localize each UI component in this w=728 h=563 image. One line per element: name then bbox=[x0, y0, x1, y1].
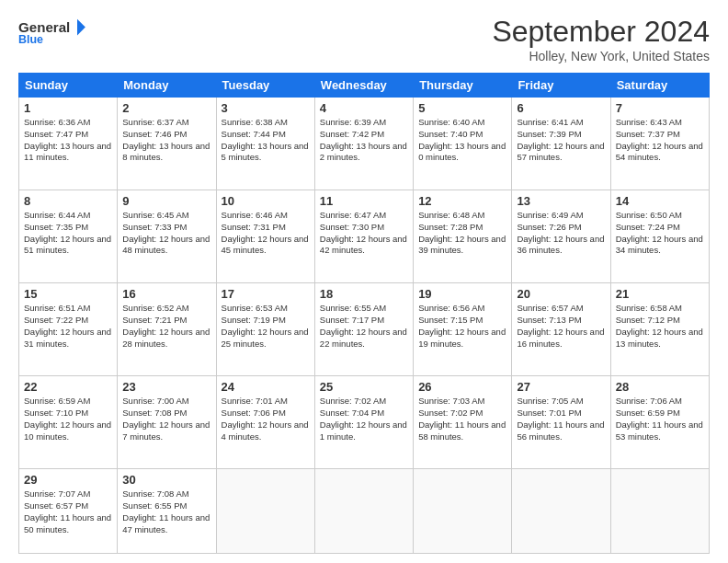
calendar-cell: 2Sunrise: 6:37 AMSunset: 7:46 PMDaylight… bbox=[118, 98, 216, 190]
day-number: 10 bbox=[222, 194, 310, 208]
day-info: Sunrise: 6:57 AMSunset: 7:13 PMDaylight:… bbox=[517, 303, 605, 350]
calendar-cell: 9Sunrise: 6:45 AMSunset: 7:33 PMDaylight… bbox=[118, 190, 216, 283]
calendar-cell: 5Sunrise: 6:40 AMSunset: 7:40 PMDaylight… bbox=[414, 98, 512, 190]
calendar-cell: 29Sunrise: 7:07 AMSunset: 6:57 PMDayligh… bbox=[19, 469, 118, 554]
day-number: 17 bbox=[222, 287, 310, 301]
day-info: Sunrise: 6:58 AMSunset: 7:12 PMDaylight:… bbox=[616, 303, 704, 350]
col-thursday: Thursday bbox=[414, 74, 512, 98]
calendar-cell: 19Sunrise: 6:56 AMSunset: 7:15 PMDayligh… bbox=[414, 283, 512, 376]
day-number: 5 bbox=[418, 101, 506, 115]
day-info: Sunrise: 7:03 AMSunset: 7:02 PMDaylight:… bbox=[418, 396, 506, 442]
col-tuesday: Tuesday bbox=[216, 74, 314, 98]
calendar-cell: 25Sunrise: 7:02 AMSunset: 7:04 PMDayligh… bbox=[314, 376, 413, 469]
day-info: Sunrise: 6:40 AMSunset: 7:40 PMDaylight:… bbox=[418, 117, 506, 164]
day-info: Sunrise: 6:52 AMSunset: 7:21 PMDaylight:… bbox=[122, 303, 210, 350]
calendar-cell: 17Sunrise: 6:53 AMSunset: 7:19 PMDayligh… bbox=[216, 283, 314, 376]
day-info: Sunrise: 6:51 AMSunset: 7:22 PMDaylight:… bbox=[24, 303, 112, 350]
col-friday: Friday bbox=[512, 74, 610, 98]
day-number: 22 bbox=[24, 380, 112, 394]
calendar-cell: 30Sunrise: 7:08 AMSunset: 6:55 PMDayligh… bbox=[118, 469, 216, 554]
calendar-cell bbox=[216, 469, 314, 554]
col-wednesday: Wednesday bbox=[314, 74, 413, 98]
day-info: Sunrise: 7:00 AMSunset: 7:08 PMDaylight:… bbox=[122, 396, 210, 442]
day-info: Sunrise: 6:55 AMSunset: 7:17 PMDaylight:… bbox=[320, 303, 408, 350]
day-number: 25 bbox=[320, 380, 408, 394]
day-info: Sunrise: 6:41 AMSunset: 7:39 PMDaylight:… bbox=[517, 117, 605, 164]
day-number: 6 bbox=[517, 101, 605, 115]
calendar-row: 8Sunrise: 6:44 AMSunset: 7:35 PMDaylight… bbox=[19, 190, 710, 283]
calendar-cell: 23Sunrise: 7:00 AMSunset: 7:08 PMDayligh… bbox=[118, 376, 216, 469]
col-sunday: Sunday bbox=[19, 74, 118, 98]
calendar-row: 22Sunrise: 6:59 AMSunset: 7:10 PMDayligh… bbox=[19, 376, 710, 469]
day-info: Sunrise: 6:53 AMSunset: 7:19 PMDaylight:… bbox=[222, 303, 310, 350]
calendar-cell: 27Sunrise: 7:05 AMSunset: 7:01 PMDayligh… bbox=[512, 376, 610, 469]
calendar-table: Sunday Monday Tuesday Wednesday Thursday… bbox=[18, 73, 710, 554]
month-title: September 2024 bbox=[492, 15, 710, 49]
header-row: Sunday Monday Tuesday Wednesday Thursday… bbox=[19, 74, 710, 98]
day-info: Sunrise: 6:36 AMSunset: 7:47 PMDaylight:… bbox=[24, 117, 112, 164]
day-number: 24 bbox=[222, 380, 310, 394]
calendar-cell: 14Sunrise: 6:50 AMSunset: 7:24 PMDayligh… bbox=[610, 190, 709, 283]
title-area: September 2024 Holley, New York, United … bbox=[492, 15, 710, 63]
header: General Blue September 2024 Holley, New … bbox=[18, 15, 710, 63]
day-number: 4 bbox=[320, 101, 408, 115]
day-number: 14 bbox=[616, 194, 704, 208]
day-number: 11 bbox=[320, 194, 408, 208]
day-number: 28 bbox=[616, 380, 704, 394]
calendar-cell: 26Sunrise: 7:03 AMSunset: 7:02 PMDayligh… bbox=[414, 376, 512, 469]
day-info: Sunrise: 7:02 AMSunset: 7:04 PMDaylight:… bbox=[320, 396, 408, 442]
calendar-cell: 20Sunrise: 6:57 AMSunset: 7:13 PMDayligh… bbox=[512, 283, 610, 376]
calendar-cell: 4Sunrise: 6:39 AMSunset: 7:42 PMDaylight… bbox=[314, 98, 413, 190]
svg-text:Blue: Blue bbox=[18, 33, 43, 46]
calendar-cell: 6Sunrise: 6:41 AMSunset: 7:39 PMDaylight… bbox=[512, 98, 610, 190]
day-number: 27 bbox=[517, 380, 605, 394]
calendar-row: 29Sunrise: 7:07 AMSunset: 6:57 PMDayligh… bbox=[19, 469, 710, 554]
day-info: Sunrise: 6:43 AMSunset: 7:37 PMDaylight:… bbox=[616, 117, 704, 164]
calendar-cell: 15Sunrise: 6:51 AMSunset: 7:22 PMDayligh… bbox=[19, 283, 118, 376]
calendar-cell: 10Sunrise: 6:46 AMSunset: 7:31 PMDayligh… bbox=[216, 190, 314, 283]
day-info: Sunrise: 6:46 AMSunset: 7:31 PMDaylight:… bbox=[222, 210, 310, 257]
day-number: 8 bbox=[24, 194, 112, 208]
page: General Blue September 2024 Holley, New … bbox=[0, 0, 728, 563]
calendar-cell bbox=[512, 469, 610, 554]
day-info: Sunrise: 6:39 AMSunset: 7:42 PMDaylight:… bbox=[320, 117, 408, 164]
day-info: Sunrise: 6:50 AMSunset: 7:24 PMDaylight:… bbox=[616, 210, 704, 257]
calendar-cell: 8Sunrise: 6:44 AMSunset: 7:35 PMDaylight… bbox=[19, 190, 118, 283]
day-number: 13 bbox=[517, 194, 605, 208]
day-number: 26 bbox=[418, 380, 506, 394]
day-info: Sunrise: 6:37 AMSunset: 7:46 PMDaylight:… bbox=[122, 117, 210, 164]
day-info: Sunrise: 6:38 AMSunset: 7:44 PMDaylight:… bbox=[222, 117, 310, 164]
day-info: Sunrise: 6:49 AMSunset: 7:26 PMDaylight:… bbox=[517, 210, 605, 257]
day-info: Sunrise: 6:44 AMSunset: 7:35 PMDaylight:… bbox=[24, 210, 112, 257]
location: Holley, New York, United States bbox=[492, 49, 710, 63]
calendar-cell: 1Sunrise: 6:36 AMSunset: 7:47 PMDaylight… bbox=[19, 98, 118, 190]
day-info: Sunrise: 7:07 AMSunset: 6:57 PMDaylight:… bbox=[24, 488, 112, 535]
day-info: Sunrise: 7:05 AMSunset: 7:01 PMDaylight:… bbox=[517, 396, 605, 442]
day-number: 2 bbox=[122, 101, 210, 115]
calendar-cell: 28Sunrise: 7:06 AMSunset: 6:59 PMDayligh… bbox=[610, 376, 709, 469]
calendar-row: 15Sunrise: 6:51 AMSunset: 7:22 PMDayligh… bbox=[19, 283, 710, 376]
day-number: 30 bbox=[122, 473, 210, 487]
col-saturday: Saturday bbox=[610, 74, 709, 98]
calendar-cell: 21Sunrise: 6:58 AMSunset: 7:12 PMDayligh… bbox=[610, 283, 709, 376]
calendar-row: 1Sunrise: 6:36 AMSunset: 7:47 PMDaylight… bbox=[19, 98, 710, 190]
calendar-cell bbox=[610, 469, 709, 554]
day-number: 18 bbox=[320, 287, 408, 301]
day-info: Sunrise: 7:06 AMSunset: 6:59 PMDaylight:… bbox=[616, 396, 704, 442]
day-info: Sunrise: 6:47 AMSunset: 7:30 PMDaylight:… bbox=[320, 210, 408, 257]
svg-text:General: General bbox=[18, 19, 70, 35]
calendar-cell: 11Sunrise: 6:47 AMSunset: 7:30 PMDayligh… bbox=[314, 190, 413, 283]
calendar-cell: 13Sunrise: 6:49 AMSunset: 7:26 PMDayligh… bbox=[512, 190, 610, 283]
day-info: Sunrise: 7:08 AMSunset: 6:55 PMDaylight:… bbox=[122, 488, 210, 535]
logo-image: General Blue bbox=[18, 15, 92, 48]
calendar-cell bbox=[414, 469, 512, 554]
day-number: 9 bbox=[122, 194, 210, 208]
day-number: 21 bbox=[616, 287, 704, 301]
day-info: Sunrise: 6:45 AMSunset: 7:33 PMDaylight:… bbox=[122, 210, 210, 257]
day-number: 3 bbox=[222, 101, 310, 115]
svg-marker-1 bbox=[77, 19, 85, 36]
day-number: 12 bbox=[418, 194, 506, 208]
day-number: 20 bbox=[517, 287, 605, 301]
calendar-cell: 16Sunrise: 6:52 AMSunset: 7:21 PMDayligh… bbox=[118, 283, 216, 376]
calendar-cell bbox=[314, 469, 413, 554]
